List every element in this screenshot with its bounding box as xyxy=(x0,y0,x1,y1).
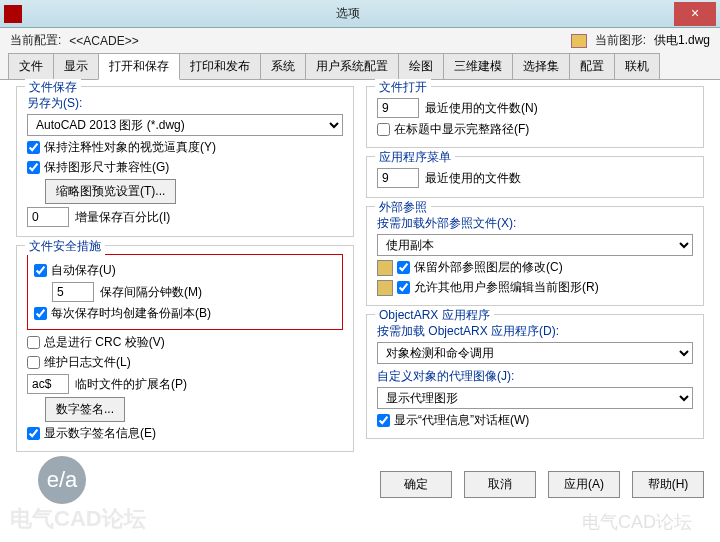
full-path-label: 在标题中显示完整路径(F) xyxy=(394,121,529,138)
content-area: 文件保存 另存为(S): AutoCAD 2013 图形 (*.dwg) 保持注… xyxy=(0,79,720,501)
ok-button[interactable]: 确定 xyxy=(380,471,452,498)
folder-icon xyxy=(571,34,587,48)
xref-icon xyxy=(377,280,393,296)
appmenu-recent-input[interactable] xyxy=(377,168,419,188)
proxy-img-select[interactable]: 显示代理图形 xyxy=(377,387,693,409)
signature-button[interactable]: 数字签名... xyxy=(45,397,125,422)
backup-label: 每次保存时均创建备份副本(B) xyxy=(51,305,211,322)
show-proxy-checkbox[interactable] xyxy=(377,414,390,427)
group-title: 外部参照 xyxy=(375,199,431,216)
autosave-checkbox[interactable] xyxy=(34,264,47,277)
incremental-input[interactable] xyxy=(27,207,69,227)
watermark-left: 电气CAD论坛 xyxy=(10,504,146,534)
tab-user[interactable]: 用户系统配置 xyxy=(305,53,399,80)
allow-xref-label: 允许其他用户参照编辑当前图形(R) xyxy=(414,279,599,296)
crc-label: 总是进行 CRC 校验(V) xyxy=(44,334,165,351)
tab-plot[interactable]: 打印和发布 xyxy=(179,53,261,80)
crc-checkbox[interactable] xyxy=(27,336,40,349)
tab-strip: 文件 显示 打开和保存 打印和发布 系统 用户系统配置 绘图 三维建模 选择集 … xyxy=(0,53,720,80)
group-title: 文件打开 xyxy=(375,79,431,96)
retain-xref-checkbox[interactable] xyxy=(397,261,410,274)
logfile-checkbox[interactable] xyxy=(27,356,40,369)
backup-checkbox[interactable] xyxy=(34,307,47,320)
show-sig-checkbox[interactable] xyxy=(27,427,40,440)
save-as-select[interactable]: AutoCAD 2013 图形 (*.dwg) xyxy=(27,114,343,136)
right-column: 文件打开 最近使用的文件数(N) 在标题中显示完整路径(F) 应用程序菜单 最近… xyxy=(360,86,710,501)
autosave-label: 自动保存(U) xyxy=(51,262,116,279)
retain-xref-label: 保留外部参照图层的修改(C) xyxy=(414,259,563,276)
cancel-button[interactable]: 取消 xyxy=(464,471,536,498)
dialog-buttons: 确定 取消 应用(A) 帮助(H) xyxy=(380,471,704,498)
tab-drafting[interactable]: 绘图 xyxy=(398,53,444,80)
size-compat-label: 保持图形尺寸兼容性(G) xyxy=(44,159,169,176)
tab-system[interactable]: 系统 xyxy=(260,53,306,80)
group-file-save: 文件保存 另存为(S): AutoCAD 2013 图形 (*.dwg) 保持注… xyxy=(16,86,354,237)
profile-label: 当前配置: xyxy=(10,32,61,49)
group-file-safety: 文件安全措施 自动保存(U) 保存间隔分钟数(M) 每次保存时均创建备份副本(B… xyxy=(16,245,354,452)
help-button[interactable]: 帮助(H) xyxy=(632,471,704,498)
incremental-label: 增量保存百分比(I) xyxy=(75,209,170,226)
tab-display[interactable]: 显示 xyxy=(53,53,99,80)
recent-files-input[interactable] xyxy=(377,98,419,118)
titlebar: 选项 × xyxy=(0,0,720,28)
group-title: 文件保存 xyxy=(25,79,81,96)
apply-button[interactable]: 应用(A) xyxy=(548,471,620,498)
logo-watermark: e/a xyxy=(38,456,86,504)
autosave-minutes-input[interactable] xyxy=(52,282,94,302)
tab-profiles[interactable]: 配置 xyxy=(569,53,615,80)
highlight-box: 自动保存(U) 保存间隔分钟数(M) 每次保存时均创建备份副本(B) xyxy=(27,254,343,330)
group-objectarx: ObjectARX 应用程序 按需加载 ObjectARX 应用程序(D): 对… xyxy=(366,314,704,439)
appmenu-recent-label: 最近使用的文件数 xyxy=(425,170,521,187)
arx-load-label: 按需加载 ObjectARX 应用程序(D): xyxy=(377,323,693,340)
group-app-menu: 应用程序菜单 最近使用的文件数 xyxy=(366,156,704,198)
xref-icon xyxy=(377,260,393,276)
thumbnail-button[interactable]: 缩略图预览设置(T)... xyxy=(45,179,176,204)
xref-load-select[interactable]: 使用副本 xyxy=(377,234,693,256)
arx-load-select[interactable]: 对象检测和命令调用 xyxy=(377,342,693,364)
temp-ext-input[interactable] xyxy=(27,374,69,394)
drawing-value: 供电1.dwg xyxy=(654,32,710,49)
annot-fidelity-label: 保持注释性对象的视觉逼真度(Y) xyxy=(44,139,216,156)
tab-file[interactable]: 文件 xyxy=(8,53,54,80)
group-title: ObjectARX 应用程序 xyxy=(375,307,494,324)
recent-files-label: 最近使用的文件数(N) xyxy=(425,100,538,117)
tab-open-save[interactable]: 打开和保存 xyxy=(98,53,180,80)
group-xref: 外部参照 按需加载外部参照文件(X): 使用副本 保留外部参照图层的修改(C) … xyxy=(366,206,704,306)
window-title: 选项 xyxy=(22,5,674,22)
group-title: 文件安全措施 xyxy=(25,238,105,255)
tab-online[interactable]: 联机 xyxy=(614,53,660,80)
tab-selection[interactable]: 选择集 xyxy=(512,53,570,80)
xref-load-label: 按需加载外部参照文件(X): xyxy=(377,215,693,232)
close-button[interactable]: × xyxy=(674,2,716,26)
group-file-open: 文件打开 最近使用的文件数(N) 在标题中显示完整路径(F) xyxy=(366,86,704,148)
show-proxy-label: 显示“代理信息”对话框(W) xyxy=(394,412,529,429)
logfile-label: 维护日志文件(L) xyxy=(44,354,131,371)
size-compat-checkbox[interactable] xyxy=(27,161,40,174)
app-icon xyxy=(4,5,22,23)
allow-xref-checkbox[interactable] xyxy=(397,281,410,294)
group-title: 应用程序菜单 xyxy=(375,149,455,166)
autosave-minutes-label: 保存间隔分钟数(M) xyxy=(100,284,202,301)
full-path-checkbox[interactable] xyxy=(377,123,390,136)
temp-ext-label: 临时文件的扩展名(P) xyxy=(75,376,187,393)
drawing-label: 当前图形: xyxy=(595,32,646,49)
left-column: 文件保存 另存为(S): AutoCAD 2013 图形 (*.dwg) 保持注… xyxy=(10,86,360,501)
tab-3d[interactable]: 三维建模 xyxy=(443,53,513,80)
watermark-right: 电气CAD论坛 xyxy=(582,510,692,534)
header-bar: 当前配置: <<ACADE>> 当前图形: 供电1.dwg xyxy=(0,28,720,53)
annot-fidelity-checkbox[interactable] xyxy=(27,141,40,154)
save-as-label: 另存为(S): xyxy=(27,95,343,112)
profile-value: <<ACADE>> xyxy=(69,34,138,48)
show-sig-label: 显示数字签名信息(E) xyxy=(44,425,156,442)
proxy-img-label: 自定义对象的代理图像(J): xyxy=(377,368,693,385)
